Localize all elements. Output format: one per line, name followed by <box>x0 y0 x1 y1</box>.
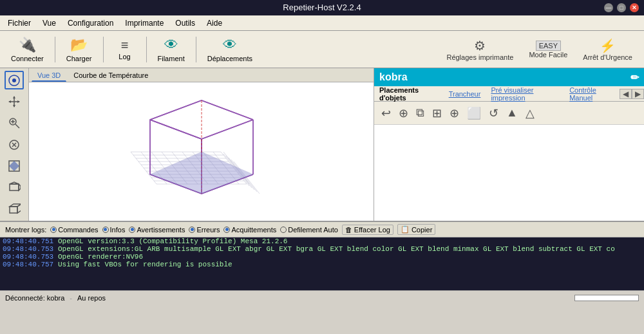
filament-button[interactable]: 👁 Filament <box>152 33 191 66</box>
log-msg-3: OpenGL renderer:NV96 <box>58 253 143 261</box>
svg-marker-6 <box>8 100 11 103</box>
log-content[interactable]: 09:48:40.751 OpenGL version:3.3 (Compati… <box>0 237 644 290</box>
box-icon <box>8 202 21 215</box>
viewport-3d[interactable] <box>29 82 374 221</box>
tab-courbe[interactable]: Courbe de Température <box>68 70 154 82</box>
mode-facile-button[interactable]: EASY Mode Facile <box>522 33 574 66</box>
tab-vue3d[interactable]: Vue 3D <box>32 70 66 82</box>
deplacements-icon: 👁 <box>223 37 237 53</box>
tab-trancheur[interactable]: Trancheur <box>444 86 486 101</box>
connection-status: Déconnecté: kobra <box>5 294 64 302</box>
svg-marker-7 <box>17 100 20 103</box>
left-sidebar <box>0 68 29 221</box>
status-bar: Déconnecté: kobra - Au repos <box>0 290 644 304</box>
filter-infos[interactable]: Infos <box>102 226 126 234</box>
log-time-1: 09:48:40.751 <box>0 237 58 245</box>
sidebar-move-btn[interactable] <box>5 92 24 111</box>
toolbar-separator-1 <box>55 37 55 62</box>
main-content: Vue 3D Courbe de Température <box>0 68 644 221</box>
sidebar-home-btn[interactable] <box>5 71 24 89</box>
svg-marker-4 <box>13 96 15 98</box>
svg-marker-22 <box>17 204 21 213</box>
panel-prev-btn[interactable]: ◀ <box>620 89 632 99</box>
rpanel-export-icon[interactable]: ↩ <box>379 105 393 122</box>
log-time-3: 09:48:40.753 <box>0 253 58 261</box>
filter-commandes[interactable]: Commandes <box>50 226 98 234</box>
rpanel-content <box>374 125 644 221</box>
filter-erreurs[interactable]: Erreurs <box>189 226 220 234</box>
log-msg-1: OpenGL version:3.3 (Compatibility Profil… <box>58 237 287 245</box>
rpanel-scale1-icon[interactable]: ▲ <box>504 105 520 121</box>
sidebar-reset-btn[interactable] <box>5 135 24 154</box>
toolbar: 🔌 Connecter 📂 Charger ≡ Log 👁 Filament 👁… <box>0 31 644 68</box>
rpanel-scale2-icon[interactable]: △ <box>524 105 536 122</box>
menu-imprimante[interactable]: Imprimante <box>120 17 169 29</box>
copier-button[interactable]: 📋 Copier <box>397 224 435 235</box>
radio-commandes-icon <box>50 227 57 233</box>
svg-marker-18 <box>10 182 19 184</box>
view2-icon <box>8 181 21 194</box>
menu-configuration[interactable]: Configuration <box>62 17 118 29</box>
charger-button[interactable]: 📂 Charger <box>61 33 98 66</box>
log-time-4: 09:48:40.757 <box>0 261 58 268</box>
rpanel-copy-icon[interactable]: ⧉ <box>414 105 426 121</box>
svg-line-63 <box>202 120 253 139</box>
trash-icon: 🗑 <box>345 226 352 234</box>
home-icon <box>8 74 21 87</box>
right-panel-tabs: Placements d'objets Trancheur Pré visual… <box>374 86 644 102</box>
effacer-log-button[interactable]: 🗑 Effacer Log <box>342 225 393 235</box>
edit-icon[interactable]: ✏ <box>630 71 639 84</box>
cube-svg <box>92 82 311 221</box>
view1-icon <box>8 160 21 172</box>
sidebar-view2-btn[interactable] <box>5 178 24 196</box>
minimize-button[interactable]: — <box>604 3 613 12</box>
charger-label: Charger <box>66 55 92 62</box>
rpanel-grid-icon[interactable]: ⊞ <box>430 105 444 122</box>
menu-vue[interactable]: Vue <box>37 17 61 29</box>
connecter-icon: 🔌 <box>19 37 36 53</box>
easy-badge: EASY <box>536 41 561 51</box>
log-line-2: 09:48:40.753 OpenGL extensions:GL ARB mu… <box>0 245 644 253</box>
menu-outils[interactable]: Outils <box>170 17 200 29</box>
svg-marker-19 <box>19 184 21 190</box>
deplacements-label: Déplacements <box>207 55 252 62</box>
filter-defilement[interactable]: Defilement Auto <box>280 226 338 234</box>
filter-acquittements[interactable]: Acquittements <box>223 226 276 234</box>
deplacements-button[interactable]: 👁 Déplacements <box>202 33 258 66</box>
progress-bar <box>574 295 639 301</box>
copy-icon: 📋 <box>401 225 410 234</box>
sidebar-zoom-btn[interactable] <box>5 114 24 133</box>
menu-fichier[interactable]: Fichier <box>3 17 36 29</box>
toolbar-separator-2 <box>103 37 104 62</box>
mode-facile-label: Mode Facile <box>529 51 567 59</box>
gear-icon: ⚙ <box>474 38 486 53</box>
tab-controle[interactable]: Contrôle Manuel <box>564 86 620 101</box>
rpanel-center-icon[interactable]: ⊕ <box>448 105 461 122</box>
reglages-button[interactable]: ⚙ Réglages imprimante <box>440 33 520 66</box>
window-controls: — □ ✕ <box>604 3 639 12</box>
svg-marker-5 <box>13 105 15 107</box>
sidebar-box-btn[interactable] <box>5 199 24 218</box>
status-text: Au repos <box>77 294 106 302</box>
log-button[interactable]: ≡ Log <box>109 33 141 66</box>
log-line-3: 09:48:40.753 OpenGL renderer:NV96 <box>0 253 644 261</box>
urgence-icon: ⚡ <box>600 38 616 53</box>
menu-aide[interactable]: Aide <box>202 17 227 29</box>
panel-next-btn[interactable]: ▶ <box>632 89 644 99</box>
rpanel-add-icon[interactable]: ⊕ <box>397 105 410 122</box>
connecter-button[interactable]: 🔌 Connecter <box>5 33 50 66</box>
close-button[interactable]: ✕ <box>630 3 639 12</box>
maximize-button[interactable]: □ <box>617 3 626 12</box>
tab-placements[interactable]: Placements d'objets <box>374 86 444 101</box>
radio-acquit-icon <box>223 227 230 233</box>
sidebar-view1-btn[interactable] <box>5 156 24 175</box>
arret-urgence-button[interactable]: ⚡ Arrêt d'Urgence <box>576 33 639 66</box>
app-title: Repetier-Host V2.2.4 <box>283 0 361 15</box>
log-controls: Montrer logs: Commandes Infos Avertissem… <box>0 222 644 237</box>
rpanel-fit-icon[interactable]: ⬜ <box>465 105 483 122</box>
rpanel-rotate-icon[interactable]: ↺ <box>487 105 500 122</box>
tab-previsualiser[interactable]: Pré visualiser impression <box>486 86 564 101</box>
filter-avertissements[interactable]: Avertissements <box>129 226 185 234</box>
reglages-label: Réglages imprimante <box>446 53 513 61</box>
svg-line-59 <box>150 100 202 120</box>
